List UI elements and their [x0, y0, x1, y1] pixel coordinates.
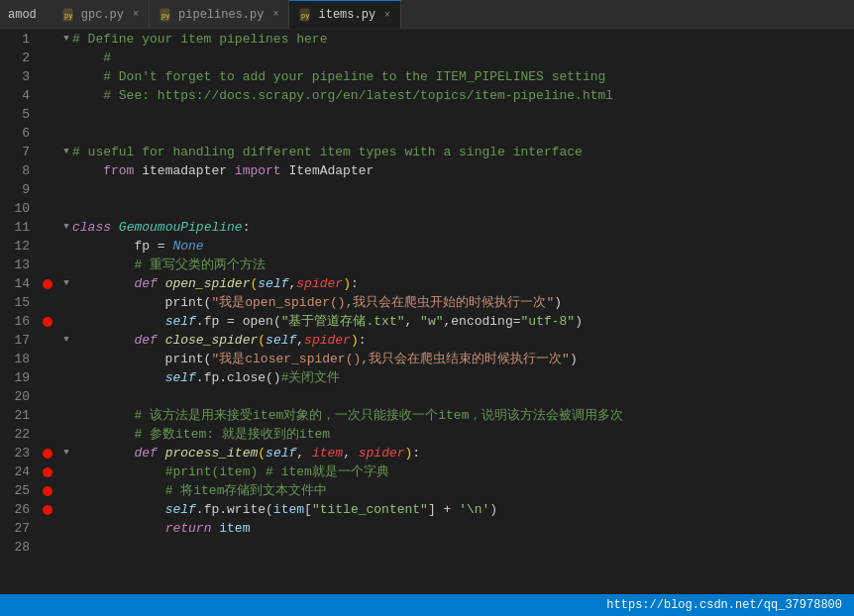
- line-number-22: 22: [5, 425, 30, 444]
- gutter-row-27[interactable]: [40, 519, 55, 538]
- gutter-row-4[interactable]: [40, 86, 55, 105]
- gutter-row-6[interactable]: [40, 124, 55, 143]
- tab-close-items[interactable]: ×: [384, 10, 390, 21]
- fold-indicator-25: [60, 481, 72, 500]
- code-line-19: self.fp.close()#关闭文件: [60, 368, 854, 387]
- fold-indicator-16: [60, 312, 72, 331]
- gutter-row-11[interactable]: [40, 218, 55, 237]
- gutter-row-21[interactable]: [40, 406, 55, 425]
- breakpoint-23[interactable]: [43, 449, 53, 459]
- tabs: pygpc.py×pypipelines.py×pyitems.py×: [53, 0, 401, 29]
- gutter-row-20[interactable]: [40, 387, 55, 406]
- line-number-24: 24: [5, 462, 30, 481]
- tab-close-pipelines[interactable]: ×: [272, 9, 278, 20]
- code-content-27: return item: [72, 519, 250, 538]
- gutter-row-26[interactable]: [40, 500, 55, 519]
- tab-pipelines[interactable]: pypipelines.py×: [150, 0, 289, 29]
- gutter-row-28[interactable]: [40, 538, 55, 557]
- gutter-row-23[interactable]: [40, 444, 55, 462]
- gutter-row-1[interactable]: [40, 30, 55, 49]
- code-content-7: # useful for handling different item typ…: [72, 143, 583, 161]
- code-line-17: ▼ def close_spider(self,spider):: [60, 331, 854, 350]
- code-content-15: print("我是open_spider(),我只会在爬虫开始的时候执行一次"): [72, 293, 562, 312]
- code-content-14: def open_spider(self,spider):: [72, 274, 359, 293]
- line-number-16: 16: [5, 312, 30, 331]
- breakpoint-16[interactable]: [43, 317, 53, 327]
- gutter-row-22[interactable]: [40, 425, 55, 444]
- gutter-row-17[interactable]: [40, 331, 55, 350]
- breakpoint-25[interactable]: [43, 486, 53, 496]
- gutter-row-10[interactable]: [40, 199, 55, 218]
- code-content-12: fp = None: [72, 237, 204, 256]
- fold-indicator-22: [60, 425, 72, 444]
- fold-indicator-26: [60, 500, 72, 519]
- fold-indicator-3: [60, 67, 72, 86]
- code-line-25: # 将item存储到文本文件中: [60, 481, 854, 500]
- line-number-2: 2: [5, 49, 30, 67]
- gutter-row-24[interactable]: [40, 462, 55, 481]
- code-line-8: from itemadapter import ItemAdapter: [60, 161, 854, 180]
- code-line-12: fp = None: [60, 237, 854, 256]
- code-line-9: [60, 180, 854, 199]
- fold-indicator-7[interactable]: ▼: [60, 143, 72, 161]
- gutter-row-9[interactable]: [40, 180, 55, 199]
- fold-indicator-5: [60, 105, 72, 124]
- code-line-5: [60, 105, 854, 124]
- fold-indicator-14[interactable]: ▼: [60, 274, 72, 293]
- fold-indicator-1[interactable]: ▼: [60, 30, 72, 49]
- svg-text:py: py: [301, 12, 309, 20]
- line-number-27: 27: [5, 519, 30, 538]
- gutter-row-7[interactable]: [40, 143, 55, 161]
- line-number-1: 1: [5, 30, 30, 49]
- code-line-18: print("我是closer_spider(),我只会在爬虫结束的时候执行一次…: [60, 350, 854, 368]
- tab-gpc[interactable]: pygpc.py×: [53, 0, 150, 29]
- tab-close-gpc[interactable]: ×: [133, 9, 139, 20]
- tab-items[interactable]: pyitems.py×: [289, 0, 401, 29]
- line-number-5: 5: [5, 105, 30, 124]
- fold-indicator-17[interactable]: ▼: [60, 331, 72, 350]
- gutter-row-25[interactable]: [40, 481, 55, 500]
- line-number-25: 25: [5, 481, 30, 500]
- tab-label-gpc: gpc.py: [81, 8, 124, 22]
- fold-indicator-23[interactable]: ▼: [60, 444, 72, 462]
- title-bar: amod pygpc.py×pypipelines.py×pyitems.py×: [0, 0, 854, 30]
- fold-indicator-11[interactable]: ▼: [60, 218, 72, 237]
- line-number-13: 13: [5, 256, 30, 274]
- line-number-26: 26: [5, 500, 30, 519]
- breakpoint-26[interactable]: [43, 505, 53, 515]
- line-number-4: 4: [5, 86, 30, 105]
- fold-indicator-8: [60, 161, 72, 180]
- gutter-row-8[interactable]: [40, 161, 55, 180]
- fold-indicator-27: [60, 519, 72, 538]
- fold-indicator-28: [60, 538, 72, 557]
- line-number-12: 12: [5, 237, 30, 256]
- line-number-18: 18: [5, 350, 30, 368]
- code-line-2: #: [60, 49, 854, 67]
- gutter-row-14[interactable]: [40, 274, 55, 293]
- gutter-row-19[interactable]: [40, 368, 55, 387]
- gutter-row-15[interactable]: [40, 293, 55, 312]
- code-content-11: class GemoumouPipeline:: [72, 218, 250, 237]
- fold-indicator-2: [60, 49, 72, 67]
- line-number-28: 28: [5, 538, 30, 557]
- code-content-8: from itemadapter import ItemAdapter: [72, 161, 374, 180]
- breakpoint-24[interactable]: [43, 467, 53, 477]
- code-line-28: [60, 538, 854, 557]
- code-line-23: ▼ def process_item(self, item, spider):: [60, 444, 854, 462]
- gutter-row-2[interactable]: [40, 49, 55, 67]
- fold-indicator-10: [60, 199, 72, 218]
- fold-indicator-12: [60, 237, 72, 256]
- breakpoint-14[interactable]: [43, 279, 53, 289]
- code-area: ▼# Define your item pipelines here # # D…: [55, 30, 854, 594]
- code-line-4: # See: https://docs.scrapy.org/en/latest…: [60, 86, 854, 105]
- code-line-24: #print(item) # item就是一个字典: [60, 462, 854, 481]
- code-content-26: self.fp.write(item["title_content"] + '\…: [72, 500, 497, 519]
- gutter-row-13[interactable]: [40, 256, 55, 274]
- gutter-row-18[interactable]: [40, 350, 55, 368]
- gutter-row-16[interactable]: [40, 312, 55, 331]
- gutter-row-5[interactable]: [40, 105, 55, 124]
- gutter-row-12[interactable]: [40, 237, 55, 256]
- gutter-row-3[interactable]: [40, 67, 55, 86]
- code-line-13: # 重写父类的两个方法: [60, 256, 854, 274]
- code-line-21: # 该方法是用来接受item对象的，一次只能接收一个item，说明该方法会被调用…: [60, 406, 854, 425]
